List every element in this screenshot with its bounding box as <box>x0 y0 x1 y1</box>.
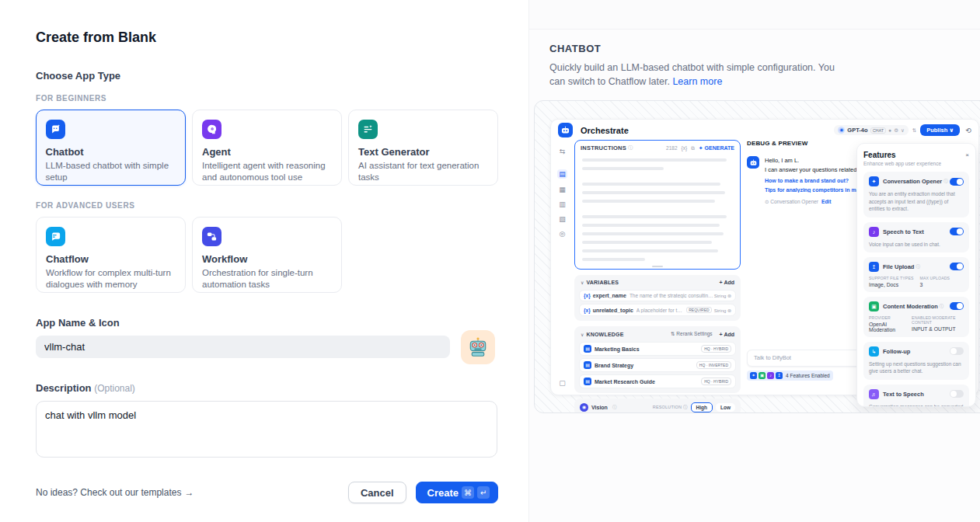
document-icon: ▥ <box>559 200 566 208</box>
info-icon: ⓘ <box>940 304 944 309</box>
vision-row: ◉ Vision ⓘ RESOLUTION ⓘ High Low <box>574 398 741 413</box>
feature-card-conversation-opener: ✦ Conversation Opener ⓘ You are an entit… <box>863 172 969 217</box>
frame-icon: ▢ <box>559 379 566 387</box>
features-panel: Features × Enhance web app user experien… <box>856 143 976 407</box>
swap-icon: ⇆ <box>560 148 566 155</box>
suggested-question: How to make a brand stand out?Bes <box>765 178 869 183</box>
text-generator-icon <box>358 120 378 139</box>
file-upload-icon: ↥ <box>869 262 879 272</box>
orchestrate-tab-icon: ▤ <box>557 169 567 179</box>
app-type-card-text-generator[interactable]: Text Generator AI assistant for text gen… <box>348 110 498 186</box>
knowledge-row: ▤ Marketing Basics HQ · HYBRID <box>579 342 736 356</box>
app-type-desc: LLM-based chatbot with simple setup <box>46 160 176 183</box>
chatbot-icon <box>46 120 65 139</box>
features-subtitle: Enhance web app user experience <box>863 161 969 166</box>
kv-key: PROVIDER <box>869 315 905 320</box>
rerank-settings-button: ⇅ Rerank Settings <box>671 331 713 337</box>
knowledge-tag: HQ · HYBRID <box>701 345 731 353</box>
kv-value: INPUT & OUTPUT <box>912 326 964 332</box>
vision-label: Vision <box>591 405 608 410</box>
feature-name: Content Moderation <box>883 303 938 310</box>
create-app-modal: Create from Blank Choose App Type FOR BE… <box>0 0 980 522</box>
app-type-description: Quickly build an LLM-based chatbot with … <box>549 61 848 89</box>
resolution-label: RESOLUTION ⓘ <box>653 405 688 410</box>
kv-key: MAX UPLOADS <box>920 276 950 280</box>
cancel-button[interactable]: Cancel <box>348 482 406 503</box>
app-type-desc: AI assistant for text generation tasks <box>358 160 488 183</box>
app-type-heading: CHATBOT <box>549 43 980 54</box>
preview-config-column: INSTRUCTIONS ⓘ 2182 {x} ⧉ ✦ GENERATE <box>574 140 741 413</box>
app-type-name: Chatbot <box>46 146 176 158</box>
features-enabled-bar: ✦ ▣ ♪ ↥ 4 Features Enabled <box>747 371 833 381</box>
app-type-card-agent[interactable]: Agent Intelligent agent with reasoning a… <box>192 110 342 186</box>
create-button[interactable]: Create⌘↵ <box>416 482 498 503</box>
conversation-opener-icon: ✦ <box>869 176 879 186</box>
content-moderation-icon: ▣ <box>869 301 879 311</box>
feature-toggle <box>950 302 964 310</box>
image-icon: ▦ <box>559 186 566 193</box>
follow-up-icon: ↳ <box>869 346 879 357</box>
app-type-card-chatflow[interactable]: Chatflow Workflow for complex multi-turn… <box>36 217 186 293</box>
app-icon-picker[interactable] <box>461 330 495 364</box>
char-count: 2182 <box>666 145 677 151</box>
app-preview-image: Orchestrate ◉ GPT-4o CHAT ● ⚙ ∨ ⇅ <box>534 100 980 413</box>
beginner-cards-row: Chatbot LLM-based chatbot with simple se… <box>36 110 498 186</box>
resize-handle <box>652 266 663 267</box>
instructions-label: INSTRUCTIONS <box>581 144 626 151</box>
variables-label: VARIABLES <box>586 280 619 285</box>
app-type-card-workflow[interactable]: Workflow Orchestration for single-turn a… <box>192 217 342 293</box>
feature-card-content-moderation: ▣ Content Moderation ⓘ PROVIDER OpenAI M… <box>863 297 969 337</box>
feature-toggle <box>950 178 964 186</box>
advanced-cards-row: Chatflow Workflow for complex multi-turn… <box>36 217 498 293</box>
feature-card-follow-up: ↳ Follow-up Setting up next questions su… <box>863 342 969 380</box>
feature-toggle <box>950 347 964 355</box>
knowledge-panel: ∨ KNOWLEDGE ⇅ Rerank Settings + Add ▤ Ma… <box>574 326 741 393</box>
info-icon: ⓘ <box>612 405 617 410</box>
feature-card-text-to-speech: ♬ Text to Speech Conversation messages c… <box>863 385 969 407</box>
feature-name: Text to Speech <box>883 391 924 398</box>
templates-link[interactable]: No ideas? Check out our templates→ <box>36 487 194 498</box>
variable-row: {x} expert_name The name of the strategi… <box>579 290 736 301</box>
preview-publish-button: Publish ∨ <box>920 124 960 136</box>
app-type-name: Workflow <box>202 253 332 265</box>
description-textarea[interactable]: chat with vllm model <box>36 401 497 458</box>
templates-link-text: No ideas? Check out our templates <box>36 487 181 498</box>
variable-desc: A placeholder for topics... <box>636 308 684 313</box>
learn-more-link[interactable]: Learn more <box>672 76 722 87</box>
feature-card-speech-to-text: ♪ Speech to Text Voice input can be used… <box>863 222 969 252</box>
robot-emoji-icon <box>467 336 489 358</box>
chatflow-icon <box>46 227 65 246</box>
knowledge-name: Market Research Guide <box>595 379 701 385</box>
resolution-low-option: Low <box>716 403 735 412</box>
app-type-card-chatbot[interactable]: Chatbot LLM-based chatbot with simple se… <box>36 110 186 186</box>
knowledge-row: ▤ Brand Strategy HQ · INVERTED <box>579 358 736 372</box>
variable-type: String ⊛ <box>714 293 731 298</box>
description-optional-text: (Optional) <box>94 383 135 394</box>
variable-token-icon: {x} <box>682 145 688 151</box>
info-icon: ⓘ <box>943 179 948 184</box>
features-enabled-text: 4 Features Enabled <box>786 373 830 378</box>
preview-app-title: Orchestrate <box>581 126 629 135</box>
app-name-input[interactable] <box>36 336 450 358</box>
arrow-right-icon: → <box>184 487 194 498</box>
feature-toggle <box>950 228 964 235</box>
globe-icon: ◎ <box>560 230 566 238</box>
page-title: Create from Blank <box>36 30 498 46</box>
feature-toggle <box>950 390 964 398</box>
for-advanced-users-label: FOR ADVANCED USERS <box>36 201 498 210</box>
create-button-label: Create <box>427 487 459 499</box>
features-title: Features <box>863 151 896 159</box>
dataset-icon: ▤ <box>584 345 591 353</box>
conversation-opener-text: ⊙ Conversation Opener <box>765 199 818 204</box>
model-provider-icon: ◉ <box>838 127 845 134</box>
cmd-key-icon: ⌘ <box>462 486 474 499</box>
variable-row: {x} unrelated_topic A placeholder for to… <box>579 304 736 316</box>
variables-panel: ∨ VARIABLES + Add {x} expert_name The na… <box>574 275 741 321</box>
description-label-text: Description <box>36 382 92 394</box>
app-name-row <box>36 336 498 364</box>
close-icon: × <box>965 151 969 158</box>
app-name-label: App Name & Icon <box>36 317 498 329</box>
conversation-opener-note: ⊙ Conversation OpenerEdit <box>765 199 869 205</box>
preview-app-avatar-robot-icon <box>558 123 573 137</box>
app-type-name: Agent <box>202 146 332 158</box>
